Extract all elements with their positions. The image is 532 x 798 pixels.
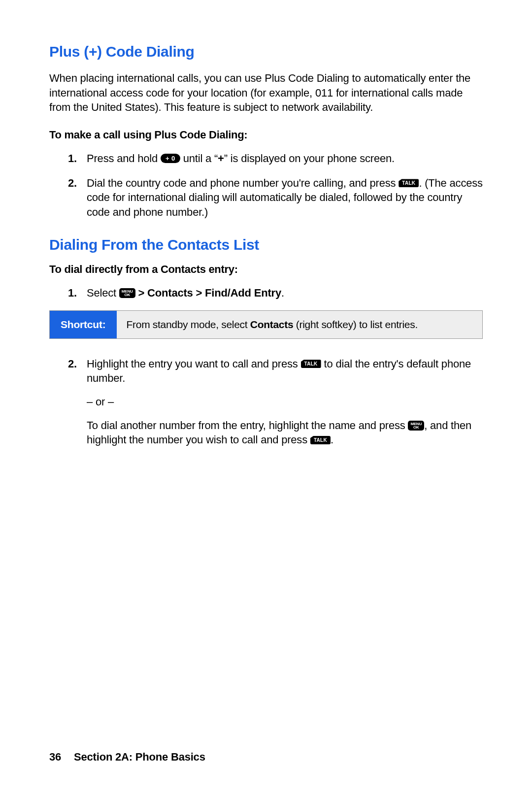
step-text: Highlight the entry you want to call and…	[87, 358, 301, 370]
heading-plus-code: Plus (+) Code Dialing	[49, 43, 483, 60]
shortcut-callout: Shortcut: From standby mode, select Cont…	[49, 310, 483, 339]
step-text: Press and hold	[87, 152, 161, 165]
shortcut-label: Shortcut:	[50, 311, 117, 338]
talk-key-icon: TALK	[399, 179, 419, 187]
step-text: To dial another number from the entry, h…	[87, 419, 408, 432]
list-item: 2. Highlight the entry you want to call …	[87, 357, 483, 447]
list-item: 1. Press and hold + 0 until a “+” is dis…	[87, 151, 483, 166]
or-separator: – or –	[87, 395, 483, 409]
menu-ok-key-icon: MENUOK	[119, 288, 135, 298]
step-text: ” is displayed on your phone screen.	[224, 152, 395, 165]
menu-path: > Contacts > Find/Add Entry	[135, 287, 281, 299]
page-number: 36	[49, 751, 61, 763]
subhead-make-call: To make a call using Plus Code Dialing:	[49, 129, 483, 141]
talk-key-icon: TALK	[301, 360, 321, 368]
subhead-dial-contacts: To dial directly from a Contacts entry:	[49, 263, 483, 276]
step-number: 1.	[68, 151, 77, 166]
footer: 36Section 2A: Phone Basics	[49, 751, 205, 764]
list-item: 2. Dial the country code and phone numbe…	[87, 176, 483, 220]
step-number: 1.	[68, 286, 77, 300]
list-item: 1. Select MENUOK > Contacts > Find/Add E…	[87, 286, 483, 300]
shortcut-text: From standby mode, select Contacts (righ…	[117, 311, 482, 338]
step-text: .	[281, 287, 284, 299]
talk-key-icon: TALK	[310, 436, 331, 444]
steps-contacts-2: 2. Highlight the entry you want to call …	[49, 357, 483, 447]
plus-symbol: +	[218, 152, 224, 165]
intro-paragraph: When placing international calls, you ca…	[49, 71, 483, 115]
steps-contacts-1: 1. Select MENUOK > Contacts > Find/Add E…	[49, 286, 483, 300]
step-number: 2.	[68, 176, 77, 191]
zero-plus-key-icon: + 0	[161, 154, 180, 163]
menu-ok-key-icon: MENUOK	[408, 421, 424, 431]
step-text: .	[331, 433, 333, 446]
step-text: until a “	[180, 152, 218, 165]
heading-contacts: Dialing From the Contacts List	[49, 236, 483, 253]
step-text: Dial the country code and phone number y…	[87, 177, 399, 189]
step-number: 2.	[68, 357, 77, 371]
steps-plus-code: 1. Press and hold + 0 until a “+” is dis…	[49, 151, 483, 220]
step-text: Select	[87, 287, 119, 299]
section-title: Section 2A: Phone Basics	[74, 751, 205, 763]
page: Plus (+) Code Dialing When placing inter…	[0, 0, 532, 798]
